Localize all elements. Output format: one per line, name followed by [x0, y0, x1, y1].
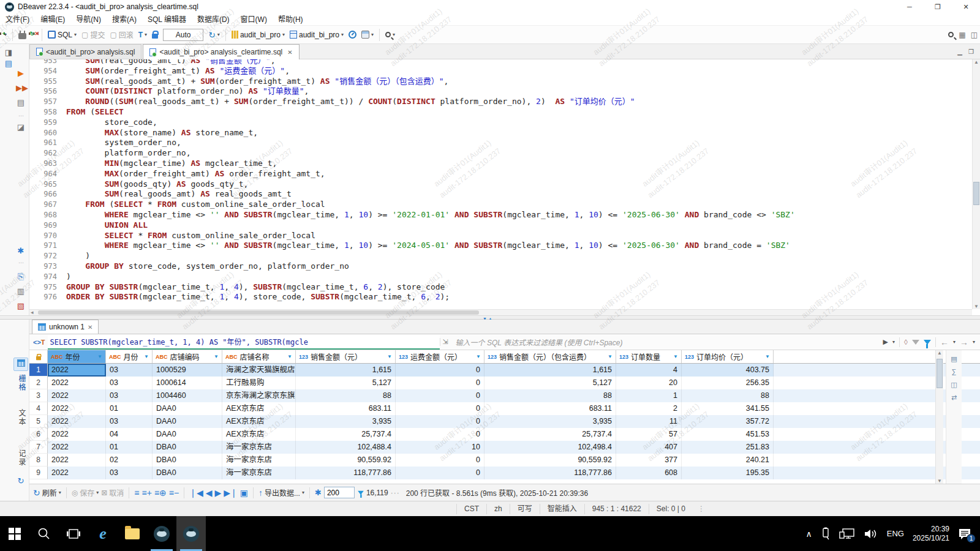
table-cell[interactable]: 2022 [48, 415, 106, 428]
metadata-panel-icon[interactable]: ◫ [950, 380, 959, 389]
code-line[interactable]: 961 system_order_no, [29, 138, 972, 148]
start-button[interactable] [0, 516, 29, 551]
code-line[interactable]: 953 SUM(real_goods_amt_t) AS "销售金额（元）", [29, 59, 972, 66]
transaction-log-button[interactable]: T▾ [136, 28, 149, 42]
column-header[interactable]: ABC月份▼ [106, 350, 153, 363]
code-line[interactable]: 969 UNION ALL [29, 220, 972, 231]
table-cell[interactable]: 海一家京东店 [222, 467, 296, 479]
commit-button[interactable]: ▢提交 [79, 28, 107, 42]
table-row[interactable]: 9202203DBA0海一家京东店118,777.860118,777.8660… [29, 467, 980, 479]
editor-tab[interactable]: <audit_bi_pro> analysis_cleartime.sql✕ [143, 44, 299, 59]
grid-view-icon[interactable] [16, 359, 26, 369]
table-cell[interactable]: 1000614 [153, 377, 222, 389]
tab-grid[interactable]: 栅格 [15, 375, 27, 392]
filter-input[interactable]: 输入一个 SQL 表达式来过滤结果 (使用 Ctrl+Space) [451, 337, 878, 347]
table-cell[interactable]: DAA0 [153, 402, 222, 415]
table-row[interactable]: 8202202DBA0海一家京东店90,559.92090,559.923772… [29, 454, 980, 467]
table-cell[interactable]: 03 [106, 467, 153, 479]
table-cell[interactable]: 1,615 [484, 364, 616, 377]
table-cell[interactable]: 2022 [48, 389, 106, 402]
statusbar-item[interactable]: CST [456, 504, 486, 514]
scrollbar-thumb[interactable] [937, 359, 943, 388]
column-filter-icon[interactable]: ▼ [214, 354, 219, 359]
export-data-button[interactable]: ↑导出数据...▾ [258, 487, 304, 498]
code-area[interactable]: 953 SUM(real_goods_amt_t) AS "销售金额（元）",9… [29, 59, 972, 302]
references-panel-icon[interactable]: ⇄ [950, 393, 959, 402]
statusbar-item[interactable]: 智能插入 [540, 504, 584, 514]
code-line[interactable]: 975GROUP BY SUBSTR(mgclear_time_t, 1, 4)… [29, 282, 972, 293]
network-profile-button[interactable]: ▾ [359, 28, 376, 42]
row-number[interactable]: 4 [29, 402, 48, 415]
scroll-up-icon[interactable]: ▲ [973, 59, 980, 65]
code-line[interactable]: 972 ) [29, 251, 972, 261]
column-filter-icon[interactable]: ▼ [144, 354, 149, 359]
table-cell[interactable]: 0 [396, 415, 484, 428]
table-cell[interactable]: DAA0 [153, 428, 222, 441]
table-cell[interactable]: 01 [106, 441, 153, 454]
add-row-button[interactable]: ≡+ [142, 489, 152, 497]
editor-tab[interactable]: <audit_bi_pro> analysis.sql [29, 44, 141, 59]
refresh-panel-icon[interactable]: ↻ [16, 476, 26, 486]
filter-icon[interactable] [924, 340, 931, 345]
transaction-history-button[interactable]: ↻▾ [206, 28, 222, 42]
editor-vertical-scrollbar[interactable]: ▲ ▼ [972, 59, 980, 309]
table-cell[interactable]: 03 [106, 389, 153, 402]
row-number[interactable]: 3 [29, 389, 48, 402]
row-number[interactable]: 1 [29, 364, 48, 377]
column-header[interactable]: 123订单均价（元）▼ [682, 350, 774, 363]
rollback-button[interactable]: ▢回滚 [107, 28, 135, 42]
code-line[interactable]: 955 SUM(real_goods_amt_t) + SUM(order_fr… [29, 77, 972, 87]
code-line[interactable]: 959 store_code, [29, 118, 972, 128]
menu-item[interactable]: 搜索(A) [107, 13, 142, 26]
column-filter-icon[interactable]: ▼ [476, 354, 481, 359]
volume-icon[interactable] [864, 527, 878, 541]
code-line[interactable]: 965 SUM(goods_qty) AS goods_qty_t, [29, 179, 972, 190]
usb-icon[interactable] [821, 527, 831, 541]
disconnect-button[interactable]: ✕ [34, 28, 39, 42]
duplicate-row-button[interactable]: ≡⊕ [154, 489, 167, 497]
schema-selector[interactable]: audit_bi_pro▾ [287, 28, 346, 42]
table-cell[interactable]: 0 [396, 402, 484, 415]
dashboard-button[interactable] [346, 28, 359, 42]
statusbar-item[interactable]: Sel: 0 | 0 [649, 504, 693, 514]
table-cell[interactable]: 683.11 [484, 402, 616, 415]
table-cell[interactable]: 5,127 [484, 377, 616, 389]
table-cell[interactable]: AEX京东店 [222, 428, 296, 441]
table-cell[interactable]: 407 [616, 441, 682, 454]
outline-icon[interactable]: ▤ [4, 59, 13, 69]
file-explorer-button[interactable] [118, 516, 147, 551]
code-line[interactable]: 956 COUNT(DISTINCT platform_order_no) AS… [29, 86, 972, 97]
close-icon[interactable]: ✕ [88, 324, 92, 331]
table-cell[interactable]: 118,777.86 [296, 467, 396, 479]
menu-item[interactable]: SQL 编辑器 [142, 13, 192, 26]
code-line[interactable]: 967 FROM (SELECT * FROM custom_online_sa… [29, 200, 972, 210]
code-line[interactable]: 968 WHERE mgclear_time <> '' AND SUBSTR(… [29, 210, 972, 220]
code-line[interactable]: 958FROM (SELECT [29, 107, 972, 118]
scroll-down-icon[interactable]: ▼ [936, 478, 943, 484]
scroll-up-icon[interactable]: ▲ [936, 350, 943, 356]
row-number[interactable]: 8 [29, 454, 48, 467]
table-cell[interactable]: 01 [106, 402, 153, 415]
table-cell[interactable]: 海一家京东店 [222, 454, 296, 467]
commit-mode-combo[interactable]: Auto [160, 28, 206, 42]
table-cell[interactable]: 341.55 [682, 402, 774, 415]
table-cell[interactable]: 1004460 [153, 389, 222, 402]
table-cell[interactable]: 2022 [48, 467, 106, 479]
clear-filter-icon[interactable] [912, 340, 919, 345]
refresh-button[interactable]: ↻刷新▾ [33, 487, 61, 498]
table-cell[interactable]: 5,127 [296, 377, 396, 389]
taskbar-search-button[interactable] [29, 516, 59, 551]
code-line[interactable]: 970 SELECT * FROM custom_online_sale_ord… [29, 231, 972, 241]
sql-editor[interactable]: 953 SUM(real_goods_amt_t) AS "销售金额（元）",9… [29, 59, 980, 315]
row-number[interactable]: 7 [29, 441, 48, 454]
lock-button[interactable] [149, 28, 160, 42]
code-line[interactable]: 960 MAX(store_name) AS store_name_t, [29, 128, 972, 138]
tab-text[interactable]: 文本 [15, 409, 27, 426]
total-row-count[interactable]: 16,119 [357, 489, 388, 497]
scrollbar-thumb[interactable] [38, 310, 479, 315]
table-row[interactable]: 5202203DAA0AEX京东店3,93503,93511357.72 [29, 415, 980, 428]
table-cell[interactable]: 4 [616, 364, 682, 377]
menu-item[interactable]: 帮助(H) [273, 13, 309, 26]
execute-statement-icon[interactable]: ▶ [16, 69, 26, 78]
table-cell[interactable]: 357.72 [682, 415, 774, 428]
